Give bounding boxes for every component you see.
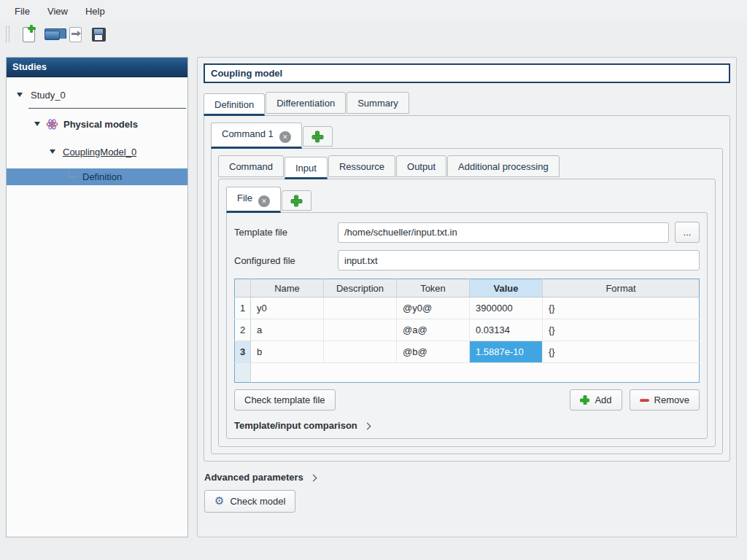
new-document-icon <box>23 27 35 42</box>
template-file-input[interactable] <box>338 222 669 243</box>
cell-value-selected[interactable]: 1.5887e-10 <box>470 341 543 363</box>
cell-name[interactable]: y0 <box>251 298 324 319</box>
tree-item-study0[interactable]: Study_0 <box>7 86 187 104</box>
collapser-label: Advanced parameters <box>204 472 303 483</box>
configured-file-label: Configured file <box>234 255 338 266</box>
arrow-icon <box>71 33 77 35</box>
col-header-value[interactable]: Value <box>470 279 543 298</box>
cell-description[interactable] <box>324 341 397 363</box>
command-section-tabbar: Command Input Ressource Output Additiona… <box>218 155 716 179</box>
cell-name[interactable]: b <box>251 341 324 363</box>
toolbar-drag-handle[interactable] <box>6 26 9 42</box>
configured-file-input[interactable] <box>338 250 700 271</box>
col-header-format[interactable]: Format <box>543 279 700 298</box>
row-number-empty <box>235 363 251 383</box>
gear-icon: ⚙ <box>214 496 224 507</box>
tab-output[interactable]: Output <box>396 155 446 177</box>
tree-item-label: Physical models <box>63 119 138 130</box>
cell-format[interactable]: {} <box>543 341 700 363</box>
tab-input[interactable]: Input <box>285 157 328 179</box>
open-folder-icon <box>44 28 60 40</box>
empty-cell <box>251 363 700 383</box>
save-icon <box>92 28 106 42</box>
cell-value[interactable]: 3900000 <box>470 298 543 319</box>
expand-arrow-icon[interactable] <box>50 149 55 154</box>
tab-command[interactable]: Command <box>218 155 284 177</box>
cell-description[interactable] <box>324 319 397 341</box>
check-template-file-button[interactable]: Check template file <box>234 389 336 411</box>
model-tabbar: Definition Differentiation Summary <box>204 92 730 116</box>
tree-item-label: CouplingModel_0 <box>63 147 136 158</box>
tree-item-definition-selected[interactable]: Definition <box>7 168 187 185</box>
open-study-button[interactable] <box>40 24 63 44</box>
expand-arrow-icon[interactable] <box>34 122 40 126</box>
configured-file-row: Configured file <box>234 250 700 271</box>
tree-item-label: Definition <box>82 171 122 182</box>
new-study-button[interactable] <box>17 24 40 44</box>
expand-arrow-icon[interactable] <box>17 93 23 97</box>
row-number[interactable]: 2 <box>235 319 251 341</box>
tab-summary[interactable]: Summary <box>347 92 409 114</box>
table-actions-row: Check template file Add Remove <box>234 389 700 411</box>
table-row: 3 b @b@ 1.5887e-10 {} <box>235 341 700 363</box>
minus-icon <box>640 399 649 402</box>
cell-description[interactable] <box>324 298 397 319</box>
export-script-button[interactable] <box>63 24 87 44</box>
col-header-name[interactable]: Name <box>251 279 324 298</box>
check-model-button[interactable]: ⚙ Check model <box>204 490 295 513</box>
menu-help[interactable]: Help <box>77 2 114 20</box>
studies-panel-title: Studies <box>7 58 187 77</box>
plus-badge-icon <box>28 25 36 33</box>
remove-row-button[interactable]: Remove <box>630 389 700 411</box>
cell-token[interactable]: @y0@ <box>397 298 470 319</box>
studies-panel: Studies Study_0 Physical models Coupl <box>6 57 188 537</box>
save-study-button[interactable] <box>87 24 110 44</box>
tree-separator <box>28 108 186 109</box>
tree-branch-line <box>69 171 77 177</box>
cell-format[interactable]: {} <box>543 298 700 319</box>
cell-name[interactable]: a <box>251 319 324 341</box>
col-header-description[interactable]: Description <box>324 279 397 298</box>
atom-icon <box>46 118 58 131</box>
cell-format[interactable]: {} <box>543 319 700 341</box>
tab-definition[interactable]: Definition <box>204 93 265 116</box>
tab-command-1[interactable]: Command 1✕ <box>211 122 302 149</box>
template-input-comparison-collapser[interactable]: Template/input comparison <box>234 420 700 431</box>
cell-token[interactable]: @a@ <box>397 319 470 341</box>
tab-differentiation[interactable]: Differentiation <box>266 92 346 114</box>
main-panel: Coupling model Definition Differentiatio… <box>197 57 737 537</box>
table-empty-row <box>235 363 700 383</box>
menubar: File View Help <box>0 0 747 22</box>
menu-file[interactable]: File <box>6 2 39 20</box>
page-title-text: Coupling model <box>211 68 282 79</box>
toolbar <box>0 22 747 47</box>
col-header-token[interactable]: Token <box>397 279 470 298</box>
file-tabbar: File✕ <box>226 187 708 213</box>
input-pane: File✕ Template file ... C <box>218 179 716 447</box>
chevron-right-icon <box>363 422 371 429</box>
cell-value[interactable]: 0.03134 <box>470 319 543 341</box>
close-tab-icon[interactable]: ✕ <box>258 195 270 207</box>
add-file-tab-button[interactable] <box>282 190 311 211</box>
collapser-label: Template/input comparison <box>234 420 357 431</box>
cell-token[interactable]: @b@ <box>397 341 470 363</box>
add-command-tab-button[interactable] <box>303 126 333 147</box>
template-file-label: Template file <box>234 227 338 238</box>
chevron-right-icon <box>309 474 317 481</box>
tab-ressource[interactable]: Ressource <box>328 155 395 177</box>
tree-item-physical-models[interactable]: Physical models <box>7 114 187 133</box>
add-row-button[interactable]: Add <box>570 389 622 411</box>
row-number[interactable]: 3 <box>235 341 251 363</box>
script-icon <box>69 27 82 42</box>
browse-button[interactable]: ... <box>675 222 700 243</box>
menu-view[interactable]: View <box>39 2 77 20</box>
command-pane: Command Input Ressource Output Additiona… <box>211 148 723 454</box>
close-tab-icon[interactable]: ✕ <box>279 131 291 143</box>
row-number[interactable]: 1 <box>235 298 251 319</box>
plus-icon <box>312 131 323 142</box>
tab-file[interactable]: File✕ <box>226 187 281 213</box>
tab-additional-processing[interactable]: Additional processing <box>447 155 560 177</box>
tree-item-couplingmodel0[interactable]: CouplingModel_0 <box>7 143 187 160</box>
tree-item-label: Study_0 <box>31 90 66 101</box>
advanced-parameters-collapser[interactable]: Advanced parameters <box>204 472 730 483</box>
